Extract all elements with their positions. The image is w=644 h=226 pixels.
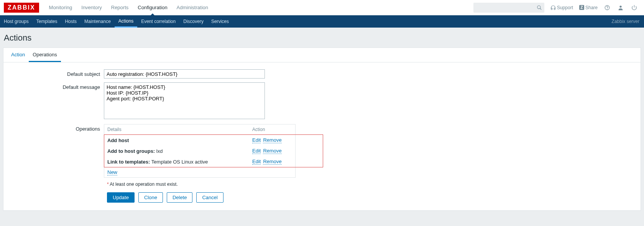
support-icon (550, 5, 556, 10)
topnav: Monitoring Inventory Reports Configurati… (44, 0, 213, 15)
subnav-hostgroups[interactable]: Host groups (0, 15, 33, 28)
topnav-monitoring[interactable]: Monitoring (44, 0, 77, 15)
topnav-administration[interactable]: Administration (172, 0, 213, 15)
op-detail: Add host (107, 138, 252, 143)
operations-header: Details Action (104, 124, 295, 135)
row-default-message: Default message Host name: {HOST.HOST} H… (7, 82, 637, 120)
subnav-templates[interactable]: Templates (33, 15, 61, 28)
table-row: Link to templates: Template OS Linux act… (104, 156, 323, 167)
operations-label: Operations (7, 124, 104, 132)
search-wrap (473, 3, 544, 13)
op-detail: Add to host groups: lxd (107, 148, 252, 154)
page-title: Actions (0, 28, 644, 47)
topnav-reports[interactable]: Reports (107, 0, 133, 15)
operations-table: Details Action Add host Edit Remove A (104, 124, 296, 178)
ops-header-action: Action (249, 124, 295, 134)
edit-link[interactable]: Edit (252, 159, 261, 165)
svg-point-4 (619, 5, 621, 7)
form-area: Default subject Default message Host nam… (3, 62, 641, 210)
edit-link[interactable]: Edit (252, 148, 261, 154)
subnav-eventcorrelation[interactable]: Event correlation (137, 15, 179, 28)
svg-line-1 (540, 8, 542, 10)
default-message-textarea[interactable]: Host name: {HOST.HOST} Host IP: {HOST.IP… (104, 82, 265, 119)
help-icon[interactable] (601, 5, 613, 10)
default-message-label: Default message (7, 82, 104, 90)
delete-button[interactable]: Delete (167, 192, 193, 203)
update-button[interactable]: Update (107, 192, 135, 203)
topbar: ZABBIX Monitoring Inventory Reports Conf… (0, 0, 644, 15)
svg-point-0 (537, 5, 540, 8)
subnav-actions[interactable]: Actions (115, 15, 137, 28)
tab-action[interactable]: Action (7, 48, 29, 62)
user-icon[interactable] (614, 5, 627, 11)
default-subject-label: Default subject (7, 69, 104, 77)
edit-link[interactable]: Edit (252, 137, 261, 143)
cancel-button[interactable]: Cancel (196, 192, 223, 203)
clone-button[interactable]: Clone (138, 192, 163, 203)
asterisk-icon: * (107, 182, 109, 187)
operations-footer: New (104, 167, 295, 177)
button-row: Update Clone Delete Cancel (7, 192, 637, 203)
subnav-maintenance[interactable]: Maintenance (80, 15, 115, 28)
power-icon[interactable] (628, 5, 640, 10)
search-input[interactable] (473, 3, 544, 13)
tab-operations[interactable]: Operations (29, 48, 61, 62)
default-subject-input[interactable] (104, 69, 265, 79)
op-detail: Link to templates: Template OS Linux act… (107, 159, 252, 165)
share-icon: Z (579, 5, 584, 10)
row-default-subject: Default subject (7, 69, 637, 79)
new-link[interactable]: New (107, 169, 117, 175)
required-note: * At least one operation must exist. (7, 182, 637, 187)
remove-link[interactable]: Remove (263, 148, 281, 154)
support-link[interactable]: Support (548, 5, 575, 10)
required-text: At least one operation must exist. (110, 182, 177, 187)
subnav: Host groups Templates Hosts Maintenance … (0, 15, 644, 28)
content-card: Action Operations Default subject Defaul… (3, 47, 641, 211)
tabs: Action Operations (3, 48, 641, 62)
remove-link[interactable]: Remove (263, 159, 281, 165)
logo[interactable]: ZABBIX (4, 3, 39, 13)
table-row: Add host Edit Remove (104, 135, 323, 146)
remove-link[interactable]: Remove (263, 137, 281, 143)
support-label: Support (557, 5, 573, 10)
svg-point-3 (607, 9, 608, 9)
server-label: Zabbix server (611, 15, 644, 28)
topnav-inventory[interactable]: Inventory (77, 0, 106, 15)
subnav-services[interactable]: Services (207, 15, 233, 28)
operations-body-highlighted: Add host Edit Remove Add to host groups:… (104, 134, 323, 167)
search-icon[interactable] (537, 5, 542, 10)
row-operations: Operations Details Action Add host Edit … (7, 124, 637, 178)
table-row: Add to host groups: lxd Edit Remove (104, 146, 323, 156)
topbar-right: Support Z Share (473, 3, 640, 13)
ops-header-details: Details (104, 124, 249, 134)
subnav-hosts[interactable]: Hosts (61, 15, 80, 28)
share-link[interactable]: Z Share (577, 5, 600, 10)
topnav-configuration[interactable]: Configuration (133, 0, 172, 15)
subnav-discovery[interactable]: Discovery (179, 15, 207, 28)
share-label: Share (585, 5, 598, 10)
